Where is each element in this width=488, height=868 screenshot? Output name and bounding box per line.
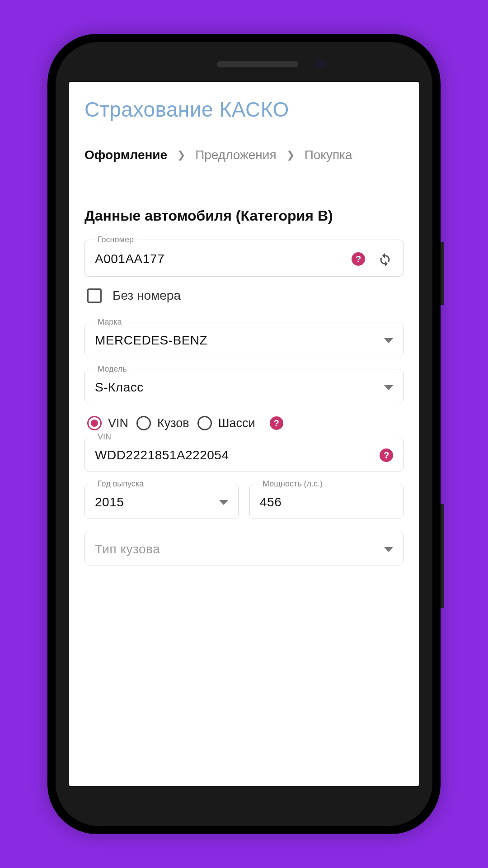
page-title: Страхование КАСКО — [84, 97, 404, 122]
brand-value: MERCEDES-BENZ — [95, 333, 378, 348]
brand-select[interactable]: Марка MERCEDES-BENZ — [84, 322, 404, 357]
checkbox-icon — [87, 288, 102, 303]
breadcrumb-step-registration[interactable]: Оформление — [84, 148, 167, 162]
radio-icon — [197, 416, 212, 430]
power-label: Мощность (л.с.) — [259, 479, 326, 489]
radio-body[interactable]: Кузов — [136, 416, 189, 430]
no-plate-checkbox[interactable]: Без номера — [87, 288, 404, 303]
phone-frame: Страхование КАСКО Оформление ❯ Предложен… — [47, 34, 441, 834]
chevron-down-icon — [384, 385, 393, 390]
refresh-icon[interactable] — [377, 251, 393, 267]
plate-label: Госномер — [94, 235, 137, 245]
year-select[interactable]: Год выпуска 2015 — [84, 484, 239, 519]
body-type-select[interactable]: Тип кузова — [84, 531, 404, 566]
year-label: Год выпуска — [94, 479, 147, 489]
radio-vin[interactable]: VIN — [87, 416, 128, 430]
breadcrumb-step-purchase[interactable]: Покупка — [305, 148, 352, 162]
model-value: S-Класс — [95, 380, 378, 395]
app-screen: Страхование КАСКО Оформление ❯ Предложен… — [69, 82, 419, 786]
radio-icon — [87, 416, 102, 430]
radio-icon — [136, 416, 151, 430]
phone-side-button — [441, 504, 444, 608]
plate-input[interactable]: А001АА177 — [95, 252, 345, 266]
model-select[interactable]: Модель S-Класс — [84, 369, 404, 404]
breadcrumb: Оформление ❯ Предложения ❯ Покупка — [84, 148, 404, 162]
model-label: Модель — [94, 364, 131, 374]
radio-vin-label: VIN — [108, 416, 128, 430]
chevron-right-icon: ❯ — [286, 149, 295, 161]
radio-chassis-label: Шасси — [218, 416, 255, 430]
help-icon[interactable]: ? — [270, 416, 283, 430]
plate-field[interactable]: Госномер А001АА177 ? — [84, 240, 404, 277]
chevron-down-icon — [384, 547, 393, 552]
radio-body-label: Кузов — [157, 416, 189, 430]
radio-chassis[interactable]: Шасси — [197, 416, 255, 430]
year-value: 2015 — [95, 495, 213, 509]
body-type-placeholder: Тип кузова — [95, 542, 378, 557]
help-icon[interactable]: ? — [380, 448, 393, 462]
phone-bezel: Страхование КАСКО Оформление ❯ Предложен… — [56, 42, 432, 826]
chevron-down-icon — [219, 500, 228, 505]
id-type-radio-group: VIN Кузов Шасси ? — [87, 416, 404, 430]
phone-speaker — [217, 61, 298, 67]
power-input[interactable]: 456 — [260, 495, 393, 509]
vin-field[interactable]: VIN WDD2221851A222054 ? — [84, 437, 404, 472]
chevron-right-icon: ❯ — [177, 149, 185, 161]
vin-label: VIN — [94, 432, 115, 442]
phone-camera — [316, 59, 326, 69]
section-title: Данные автомобиля (Категория B) — [84, 208, 404, 224]
breadcrumb-step-offers[interactable]: Предложения — [195, 148, 276, 162]
power-field[interactable]: Мощность (л.с.) 456 — [249, 484, 404, 519]
phone-side-button — [441, 242, 444, 305]
brand-label: Марка — [94, 317, 126, 327]
no-plate-label: Без номера — [113, 288, 181, 303]
help-icon[interactable]: ? — [352, 252, 365, 266]
vin-input[interactable]: WDD2221851A222054 — [95, 448, 373, 462]
chevron-down-icon — [384, 338, 393, 343]
year-power-row: Год выпуска 2015 Мощность (л.с.) 456 — [84, 484, 404, 531]
